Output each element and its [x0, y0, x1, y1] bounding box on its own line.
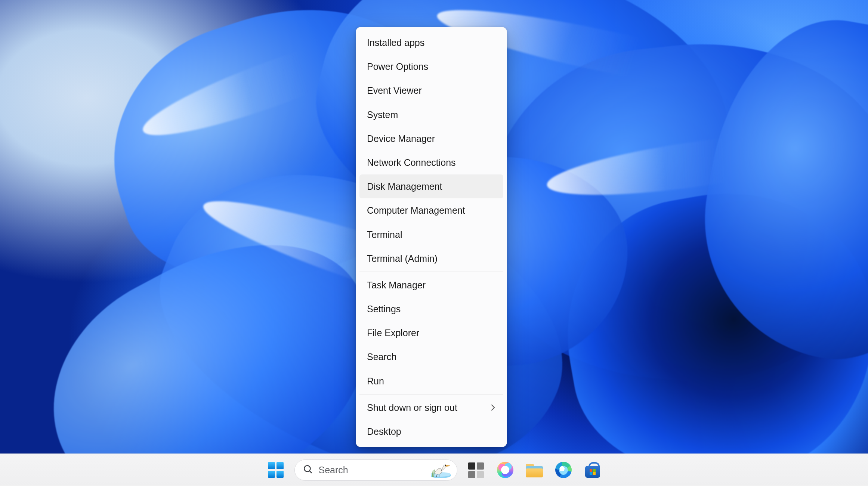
menu-item-label: Network Connections: [367, 157, 456, 168]
menu-item-label: Shut down or sign out: [367, 402, 457, 413]
menu-item-label: Power Options: [367, 61, 428, 72]
start-button[interactable]: [265, 459, 286, 480]
winx-context-menu: Installed appsPower OptionsEvent ViewerS…: [356, 27, 507, 447]
menu-item-label: Terminal: [367, 229, 402, 240]
menu-item-label: Computer Management: [367, 205, 465, 216]
chevron-right-icon: [490, 403, 496, 412]
menu-item-task-manager[interactable]: Task Manager: [359, 273, 503, 297]
menu-item-label: Installed apps: [367, 37, 424, 48]
menu-item-settings[interactable]: Settings: [359, 297, 503, 321]
menu-item-run[interactable]: Run: [359, 369, 503, 393]
task-view-button[interactable]: [466, 459, 486, 480]
menu-item-label: Settings: [367, 304, 401, 314]
menu-item-label: Terminal (Admin): [367, 253, 438, 264]
menu-item-file-explorer[interactable]: File Explorer: [359, 321, 503, 345]
menu-item-label: Event Viewer: [367, 85, 422, 96]
search-highlight-art-icon: [431, 462, 452, 478]
menu-item-shut-down-sign-out[interactable]: Shut down or sign out: [359, 396, 503, 420]
menu-item-label: Run: [367, 376, 384, 386]
menu-item-device-manager[interactable]: Device Manager: [359, 127, 503, 151]
svg-line-8: [434, 470, 434, 477]
taskbar-search-placeholder: Search: [319, 465, 425, 476]
menu-separator: [359, 272, 503, 272]
svg-line-1: [309, 471, 311, 473]
taskbar: Search: [0, 454, 868, 486]
task-view-icon: [468, 462, 484, 478]
menu-item-terminal-admin[interactable]: Terminal (Admin): [359, 247, 503, 270]
menu-item-network-connections[interactable]: Network Connections: [359, 151, 503, 174]
menu-item-label: Task Manager: [367, 280, 426, 290]
store-button[interactable]: [582, 459, 603, 480]
menu-item-disk-management[interactable]: Disk Management: [359, 174, 503, 198]
menu-item-label: Desktop: [367, 426, 401, 437]
menu-item-installed-apps[interactable]: Installed apps: [359, 31, 503, 55]
menu-separator: [359, 394, 503, 394]
search-icon: [303, 464, 313, 476]
menu-item-terminal[interactable]: Terminal: [359, 223, 503, 247]
file-explorer-icon: [526, 462, 543, 477]
copilot-button[interactable]: [495, 459, 516, 480]
store-icon: [585, 462, 600, 478]
copilot-icon: [497, 462, 513, 478]
windows-logo-icon: [268, 462, 284, 478]
edge-icon: [555, 462, 572, 478]
menu-item-label: Device Manager: [367, 133, 435, 144]
menu-item-system[interactable]: System: [359, 103, 503, 127]
edge-button[interactable]: [553, 459, 574, 480]
menu-item-label: Disk Management: [367, 181, 442, 192]
menu-item-label: File Explorer: [367, 328, 419, 338]
menu-item-event-viewer[interactable]: Event Viewer: [359, 78, 503, 102]
file-explorer-button[interactable]: [524, 459, 545, 480]
menu-item-power-options[interactable]: Power Options: [359, 55, 503, 78]
menu-item-label: Search: [367, 352, 396, 362]
menu-item-search[interactable]: Search: [359, 345, 503, 369]
taskbar-search[interactable]: Search: [294, 459, 457, 481]
menu-item-desktop[interactable]: Desktop: [359, 420, 503, 443]
menu-item-label: System: [367, 109, 398, 120]
menu-item-computer-management[interactable]: Computer Management: [359, 198, 503, 222]
svg-point-4: [445, 465, 446, 466]
